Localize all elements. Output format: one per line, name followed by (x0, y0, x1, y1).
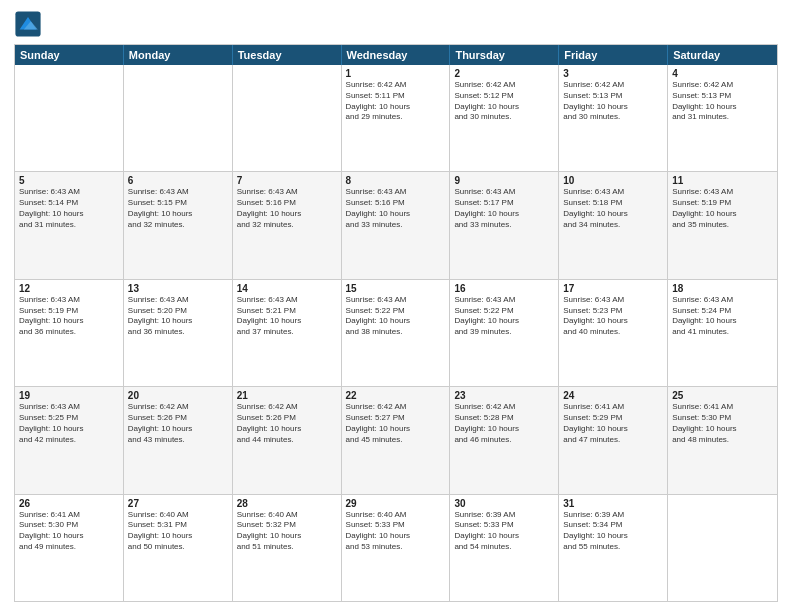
calendar-cell (15, 65, 124, 171)
calendar-cell: 17Sunrise: 6:43 AM Sunset: 5:23 PM Dayli… (559, 280, 668, 386)
day-number: 28 (237, 498, 337, 509)
calendar-row: 12Sunrise: 6:43 AM Sunset: 5:19 PM Dayli… (15, 279, 777, 386)
cell-info: Sunrise: 6:41 AM Sunset: 5:29 PM Dayligh… (563, 402, 663, 445)
cell-info: Sunrise: 6:43 AM Sunset: 5:16 PM Dayligh… (346, 187, 446, 230)
day-number: 24 (563, 390, 663, 401)
day-number: 14 (237, 283, 337, 294)
calendar-cell: 5Sunrise: 6:43 AM Sunset: 5:14 PM Daylig… (15, 172, 124, 278)
calendar-cell: 10Sunrise: 6:43 AM Sunset: 5:18 PM Dayli… (559, 172, 668, 278)
cell-info: Sunrise: 6:43 AM Sunset: 5:15 PM Dayligh… (128, 187, 228, 230)
calendar-cell: 8Sunrise: 6:43 AM Sunset: 5:16 PM Daylig… (342, 172, 451, 278)
day-number: 4 (672, 68, 773, 79)
day-number: 13 (128, 283, 228, 294)
calendar-cell: 15Sunrise: 6:43 AM Sunset: 5:22 PM Dayli… (342, 280, 451, 386)
calendar-cell: 23Sunrise: 6:42 AM Sunset: 5:28 PM Dayli… (450, 387, 559, 493)
weekday-header: Saturday (668, 45, 777, 65)
cell-info: Sunrise: 6:42 AM Sunset: 5:13 PM Dayligh… (563, 80, 663, 123)
cell-info: Sunrise: 6:40 AM Sunset: 5:32 PM Dayligh… (237, 510, 337, 553)
cell-info: Sunrise: 6:43 AM Sunset: 5:22 PM Dayligh… (346, 295, 446, 338)
day-number: 23 (454, 390, 554, 401)
cell-info: Sunrise: 6:42 AM Sunset: 5:12 PM Dayligh… (454, 80, 554, 123)
logo (14, 10, 46, 38)
cell-info: Sunrise: 6:42 AM Sunset: 5:26 PM Dayligh… (128, 402, 228, 445)
calendar-cell: 21Sunrise: 6:42 AM Sunset: 5:26 PM Dayli… (233, 387, 342, 493)
calendar: SundayMondayTuesdayWednesdayThursdayFrid… (14, 44, 778, 602)
cell-info: Sunrise: 6:43 AM Sunset: 5:19 PM Dayligh… (19, 295, 119, 338)
calendar-cell: 13Sunrise: 6:43 AM Sunset: 5:20 PM Dayli… (124, 280, 233, 386)
day-number: 16 (454, 283, 554, 294)
calendar-row: 19Sunrise: 6:43 AM Sunset: 5:25 PM Dayli… (15, 386, 777, 493)
cell-info: Sunrise: 6:42 AM Sunset: 5:28 PM Dayligh… (454, 402, 554, 445)
weekday-header: Thursday (450, 45, 559, 65)
day-number: 3 (563, 68, 663, 79)
day-number: 2 (454, 68, 554, 79)
calendar-cell: 28Sunrise: 6:40 AM Sunset: 5:32 PM Dayli… (233, 495, 342, 601)
day-number: 30 (454, 498, 554, 509)
cell-info: Sunrise: 6:40 AM Sunset: 5:33 PM Dayligh… (346, 510, 446, 553)
calendar-cell: 25Sunrise: 6:41 AM Sunset: 5:30 PM Dayli… (668, 387, 777, 493)
day-number: 29 (346, 498, 446, 509)
day-number: 27 (128, 498, 228, 509)
day-number: 17 (563, 283, 663, 294)
calendar-cell: 16Sunrise: 6:43 AM Sunset: 5:22 PM Dayli… (450, 280, 559, 386)
day-number: 18 (672, 283, 773, 294)
cell-info: Sunrise: 6:43 AM Sunset: 5:21 PM Dayligh… (237, 295, 337, 338)
calendar-body: 1Sunrise: 6:42 AM Sunset: 5:11 PM Daylig… (15, 65, 777, 601)
day-number: 22 (346, 390, 446, 401)
cell-info: Sunrise: 6:43 AM Sunset: 5:14 PM Dayligh… (19, 187, 119, 230)
calendar-cell: 2Sunrise: 6:42 AM Sunset: 5:12 PM Daylig… (450, 65, 559, 171)
day-number: 1 (346, 68, 446, 79)
calendar-cell: 3Sunrise: 6:42 AM Sunset: 5:13 PM Daylig… (559, 65, 668, 171)
day-number: 7 (237, 175, 337, 186)
calendar-row: 5Sunrise: 6:43 AM Sunset: 5:14 PM Daylig… (15, 171, 777, 278)
calendar-cell: 1Sunrise: 6:42 AM Sunset: 5:11 PM Daylig… (342, 65, 451, 171)
calendar-cell (233, 65, 342, 171)
calendar-cell: 18Sunrise: 6:43 AM Sunset: 5:24 PM Dayli… (668, 280, 777, 386)
day-number: 15 (346, 283, 446, 294)
day-number: 12 (19, 283, 119, 294)
cell-info: Sunrise: 6:41 AM Sunset: 5:30 PM Dayligh… (19, 510, 119, 553)
day-number: 6 (128, 175, 228, 186)
calendar-cell: 9Sunrise: 6:43 AM Sunset: 5:17 PM Daylig… (450, 172, 559, 278)
calendar-cell: 6Sunrise: 6:43 AM Sunset: 5:15 PM Daylig… (124, 172, 233, 278)
weekday-header: Monday (124, 45, 233, 65)
cell-info: Sunrise: 6:43 AM Sunset: 5:22 PM Dayligh… (454, 295, 554, 338)
day-number: 10 (563, 175, 663, 186)
day-number: 19 (19, 390, 119, 401)
calendar-cell: 30Sunrise: 6:39 AM Sunset: 5:33 PM Dayli… (450, 495, 559, 601)
day-number: 8 (346, 175, 446, 186)
calendar-cell: 31Sunrise: 6:39 AM Sunset: 5:34 PM Dayli… (559, 495, 668, 601)
day-number: 25 (672, 390, 773, 401)
cell-info: Sunrise: 6:43 AM Sunset: 5:17 PM Dayligh… (454, 187, 554, 230)
day-number: 21 (237, 390, 337, 401)
calendar-cell: 14Sunrise: 6:43 AM Sunset: 5:21 PM Dayli… (233, 280, 342, 386)
day-number: 9 (454, 175, 554, 186)
cell-info: Sunrise: 6:43 AM Sunset: 5:23 PM Dayligh… (563, 295, 663, 338)
calendar-cell (124, 65, 233, 171)
day-number: 26 (19, 498, 119, 509)
calendar-page: SundayMondayTuesdayWednesdayThursdayFrid… (0, 0, 792, 612)
calendar-row: 26Sunrise: 6:41 AM Sunset: 5:30 PM Dayli… (15, 494, 777, 601)
calendar-cell: 12Sunrise: 6:43 AM Sunset: 5:19 PM Dayli… (15, 280, 124, 386)
cell-info: Sunrise: 6:40 AM Sunset: 5:31 PM Dayligh… (128, 510, 228, 553)
calendar-header: SundayMondayTuesdayWednesdayThursdayFrid… (15, 45, 777, 65)
day-number: 20 (128, 390, 228, 401)
cell-info: Sunrise: 6:43 AM Sunset: 5:20 PM Dayligh… (128, 295, 228, 338)
calendar-cell: 29Sunrise: 6:40 AM Sunset: 5:33 PM Dayli… (342, 495, 451, 601)
weekday-header: Sunday (15, 45, 124, 65)
calendar-cell: 11Sunrise: 6:43 AM Sunset: 5:19 PM Dayli… (668, 172, 777, 278)
calendar-cell: 4Sunrise: 6:42 AM Sunset: 5:13 PM Daylig… (668, 65, 777, 171)
calendar-row: 1Sunrise: 6:42 AM Sunset: 5:11 PM Daylig… (15, 65, 777, 171)
cell-info: Sunrise: 6:42 AM Sunset: 5:26 PM Dayligh… (237, 402, 337, 445)
cell-info: Sunrise: 6:43 AM Sunset: 5:24 PM Dayligh… (672, 295, 773, 338)
cell-info: Sunrise: 6:43 AM Sunset: 5:19 PM Dayligh… (672, 187, 773, 230)
cell-info: Sunrise: 6:41 AM Sunset: 5:30 PM Dayligh… (672, 402, 773, 445)
cell-info: Sunrise: 6:39 AM Sunset: 5:34 PM Dayligh… (563, 510, 663, 553)
day-number: 31 (563, 498, 663, 509)
cell-info: Sunrise: 6:43 AM Sunset: 5:25 PM Dayligh… (19, 402, 119, 445)
calendar-cell: 24Sunrise: 6:41 AM Sunset: 5:29 PM Dayli… (559, 387, 668, 493)
logo-icon (14, 10, 42, 38)
calendar-cell: 22Sunrise: 6:42 AM Sunset: 5:27 PM Dayli… (342, 387, 451, 493)
weekday-header: Wednesday (342, 45, 451, 65)
calendar-cell: 7Sunrise: 6:43 AM Sunset: 5:16 PM Daylig… (233, 172, 342, 278)
